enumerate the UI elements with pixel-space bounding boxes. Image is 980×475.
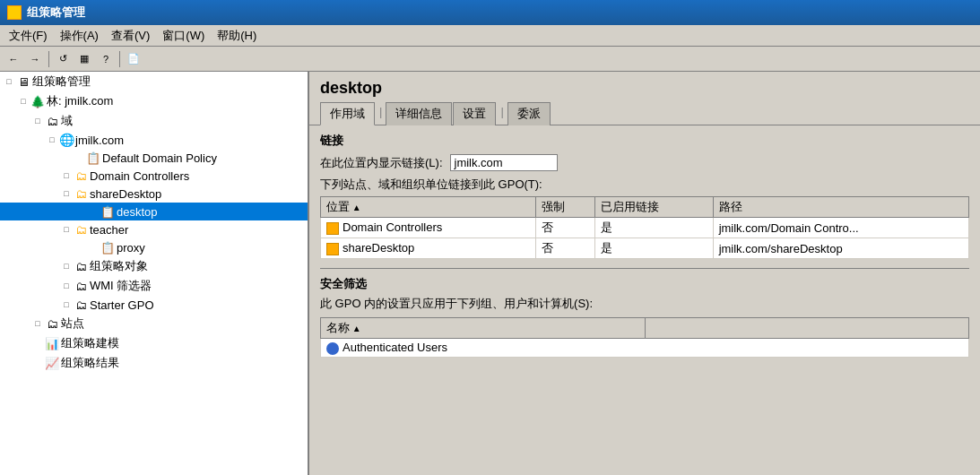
tree-item-gpoobjets[interactable]: □ 🗂 组策略对象 [0, 256, 308, 276]
tree-item-gpresults[interactable]: 📈 组策略结果 [0, 353, 308, 373]
tree-item-proxy[interactable]: 📋 proxy [0, 238, 308, 256]
col-location[interactable]: 位置 [321, 197, 536, 218]
title-text: 组策略管理 [27, 4, 85, 21]
toolbar-separator-2 [119, 51, 120, 67]
toggle-desktop [86, 204, 100, 219]
tree-item-jmilk[interactable]: □ 🌐 jmilk.com [0, 131, 308, 149]
ou-icon-domaincontrollers: 🗂 [74, 168, 88, 183]
doc-button[interactable]: 📄 [124, 49, 143, 69]
tree-item-forest[interactable]: □ 🌲 林: jmilk.com [0, 91, 308, 111]
tree-item-root[interactable]: □ 🖥 组策略管理 [0, 72, 308, 91]
toggle-wmi[interactable]: □ [59, 279, 74, 293]
toggle-gpoobjets[interactable]: □ [59, 259, 74, 273]
label-proxy: proxy [117, 241, 145, 255]
label-gpmodeling: 组策略建模 [61, 335, 119, 351]
folder-icon-forest: 🌲 [30, 94, 45, 108]
folder-icon-domains: 🗂 [45, 114, 59, 128]
cell-enabled: 是 [594, 218, 713, 238]
label-domains: 域 [61, 113, 73, 129]
toggle-forest[interactable]: □ [16, 94, 30, 108]
gpo-icon-defaultpolicy: 📋 [86, 151, 100, 165]
label-gpresults: 组策略结果 [61, 355, 119, 371]
label-desktop: desktop [117, 205, 158, 219]
tab-scope[interactable]: 作用域 [320, 102, 375, 125]
tree-item-domaincontrollers[interactable]: □ 🗂 Domain Controllers [0, 167, 308, 185]
folder-icon-startergpo: 🗂 [74, 298, 88, 312]
refresh-button[interactable]: ↺ [53, 49, 73, 69]
tree-item-defaultpolicy[interactable]: 📋 Default Domain Policy [0, 149, 308, 167]
folder-icon-sites: 🗂 [45, 316, 59, 331]
page-title: desktop [309, 72, 980, 101]
main-layout: □ 🖥 组策略管理 □ 🌲 林: jmilk.com □ 🗂 域 □ [0, 72, 980, 475]
ou-icon-teacher: 🗂 [74, 222, 88, 237]
col-name[interactable]: 名称 [321, 318, 646, 339]
table-desc: 下列站点、域和组织单位链接到此 GPO(T): [320, 177, 969, 193]
tree-item-domains[interactable]: □ 🗂 域 [0, 111, 308, 131]
tab-details[interactable]: 详细信息 [386, 102, 452, 125]
label-startergpo: Starter GPO [90, 298, 154, 312]
table-row[interactable]: Domain Controllers 否 是 jmilk.com/Domain … [321, 218, 969, 238]
menu-action[interactable]: 操作(A) [55, 26, 104, 46]
toggle-gpmodeling [30, 336, 45, 350]
app-icon [7, 5, 22, 20]
cell-path: jmilk.com/shareDesktop [713, 238, 968, 259]
col-enforce[interactable]: 强制 [536, 197, 595, 218]
toggle-domains[interactable]: □ [30, 114, 45, 128]
back-button[interactable]: ← [4, 49, 23, 69]
toggle-sites[interactable]: □ [30, 316, 45, 331]
right-panel: desktop 作用域 | 详细信息 设置 | 委派 链接 在此位置内显示链接(… [309, 72, 980, 475]
title-bar: 组策略管理 [0, 0, 980, 25]
security-desc: 此 GPO 内的设置只应用于下列组、用户和计算机(S): [320, 296, 969, 312]
tab-delegate[interactable]: 委派 [507, 102, 551, 125]
menu-bar: 文件(F) 操作(A) 查看(V) 窗口(W) 帮助(H) [0, 25, 980, 47]
location-field-label: 在此位置内显示链接(L): [320, 155, 443, 171]
tree-item-gpmodeling[interactable]: 📊 组策略建模 [0, 333, 308, 353]
folder-icon-gpoobjets: 🗂 [74, 259, 88, 273]
col-name-extra [645, 318, 969, 339]
cell-enforce: 否 [536, 218, 595, 238]
menu-file[interactable]: 文件(F) [4, 26, 53, 46]
label-root: 组策略管理 [32, 73, 91, 90]
tree-item-teacher[interactable]: □ 🗂 teacher [0, 220, 308, 238]
links-section-title: 链接 [320, 133, 969, 149]
table-row[interactable]: Authenticated Users [321, 339, 969, 358]
tree-item-desktop[interactable]: 📋 desktop [0, 203, 308, 220]
cell-path: jmilk.com/Domain Contro... [713, 218, 968, 238]
label-gpoobjets: 组策略对象 [90, 258, 148, 274]
toggle-jmilk[interactable]: □ [45, 133, 59, 147]
tab-sep-2: | [497, 102, 507, 125]
location-field-value[interactable]: jmilk.com [450, 154, 558, 171]
toggle-sharedesktop[interactable]: □ [59, 186, 74, 201]
col-enabled[interactable]: 已启用链接 [594, 197, 713, 218]
menu-window[interactable]: 窗口(W) [157, 26, 210, 46]
toggle-startergpo[interactable]: □ [59, 298, 74, 312]
tabs-bar: 作用域 | 详细信息 设置 | 委派 [309, 101, 980, 125]
links-table: 位置 强制 已启用链接 路径 Domain Controllers 否 是 jm… [320, 196, 969, 259]
links-table-section: 位置 强制 已启用链接 路径 Domain Controllers 否 是 jm… [320, 196, 969, 259]
tree-item-sharedesktop[interactable]: □ 🗂 shareDesktop [0, 185, 308, 203]
tree-item-sites[interactable]: □ 🗂 站点 [0, 314, 308, 333]
security-title: 安全筛选 [320, 276, 969, 292]
security-section: 安全筛选 此 GPO 内的设置只应用于下列组、用户和计算机(S): 名称 Aut… [320, 268, 969, 358]
tree-item-startergpo[interactable]: □ 🗂 Starter GPO [0, 296, 308, 314]
toggle-domaincontrollers[interactable]: □ [59, 168, 74, 183]
row-icon [326, 222, 339, 235]
ou-icon-sharedesktop: 🗂 [74, 186, 88, 201]
view-button[interactable]: ▦ [74, 49, 94, 69]
tree-panel: □ 🖥 组策略管理 □ 🌲 林: jmilk.com □ 🗂 域 □ [0, 72, 309, 475]
table-row[interactable]: shareDesktop 否 是 jmilk.com/shareDesktop [321, 238, 969, 259]
toggle-teacher[interactable]: □ [59, 222, 74, 237]
icon-gpmodeling: 📊 [45, 336, 59, 350]
content-area: 链接 在此位置内显示链接(L): jmilk.com 下列站点、域和组织单位链接… [309, 125, 980, 475]
toggle-root[interactable]: □ [2, 74, 16, 89]
forward-button[interactable]: → [25, 49, 45, 69]
tab-settings[interactable]: 设置 [453, 102, 496, 125]
menu-help[interactable]: 帮助(H) [212, 26, 262, 46]
tree-item-wmi[interactable]: □ 🗂 WMI 筛选器 [0, 276, 308, 296]
cell-username: Authenticated Users [321, 339, 969, 358]
col-path[interactable]: 路径 [713, 197, 968, 218]
menu-view[interactable]: 查看(V) [106, 26, 155, 46]
help-button[interactable]: ? [96, 49, 116, 69]
label-jmilk: jmilk.com [75, 134, 124, 147]
cell-enforce: 否 [536, 238, 595, 259]
